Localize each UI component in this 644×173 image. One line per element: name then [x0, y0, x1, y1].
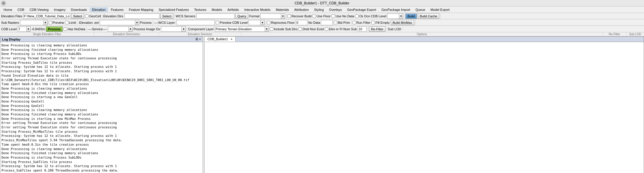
elevation-ext-combo: ▼	[100, 20, 139, 25]
image-ov-combo: ▼	[161, 26, 186, 32]
sub-rasters-dropdown[interactable]: ▼	[44, 20, 48, 25]
cdb-level-dropdown-3[interactable]: ▼	[26, 26, 31, 32]
menu-interactive-models[interactable]: Interactive Models	[242, 7, 273, 12]
wcs-combo: ▼	[108, 26, 133, 32]
tab-cdb-builder1[interactable]: CDB_Builder1 ×	[204, 37, 236, 42]
elevation-directories-section-label: Elevation Directories	[94, 32, 159, 36]
window-controls	[1, 1, 6, 6]
component-layer-label: Component Layer	[188, 27, 214, 31]
tab-close-btn[interactable]: ×	[231, 37, 232, 41]
log-line: Processing: System has 12 to allocate. S…	[1, 69, 202, 73]
preview-checkbox-1[interactable]	[49, 21, 52, 24]
log-line: Process_SubTiles spent 0.208 ThreadSecon…	[1, 168, 202, 173]
use-floor-checkbox[interactable]	[312, 14, 316, 18]
floor-input[interactable]	[296, 20, 307, 25]
recover-build-checkbox[interactable]	[287, 14, 291, 18]
geocell-checkbox-1[interactable]	[85, 14, 89, 18]
log-title: Log Display ⊞ ×	[0, 37, 203, 42]
menu-airfields[interactable]: Airfields	[225, 7, 241, 12]
menu-materials[interactable]: Materials	[273, 7, 291, 12]
cdb-level-input-3[interactable]	[18, 26, 26, 32]
menu-textures[interactable]: Textures	[192, 7, 209, 12]
format-input[interactable]	[260, 14, 281, 19]
section-labels-row: Single Elevation Files Elevation Directo…	[0, 32, 644, 36]
num-sub-label: Num Sub	[343, 27, 357, 31]
elevation-dirs-input[interactable]	[124, 14, 159, 19]
use-no-data-check: Use No Data	[332, 14, 354, 18]
menu-cdb-viewing[interactable]: CDB Viewing	[27, 7, 51, 12]
menu-queue[interactable]: Queue	[413, 7, 427, 12]
fill-empty-checkbox[interactable]	[371, 21, 375, 24]
num-sub-input[interactable]	[358, 26, 367, 32]
elevation-ext-input[interactable]	[100, 20, 135, 25]
log-line: Processing: System has 12 to allocate. S…	[1, 65, 202, 69]
bid-prim-checkbox[interactable]	[334, 21, 337, 24]
dnld-non-exist-check: Dnld Non Exist	[298, 27, 324, 31]
elev-in-ft-checkbox[interactable]	[325, 27, 328, 31]
component-layer-dropdown[interactable]: ▼	[265, 26, 269, 32]
image-ov-input[interactable]	[161, 26, 182, 32]
build-button[interactable]: Build	[405, 14, 417, 19]
menu-elevation[interactable]: Elevation	[90, 7, 108, 12]
cdb-level-dropdown-2[interactable]: ▼	[260, 20, 264, 25]
sub-rasters-section: Sub Rasters ▼ Preview Limit	[1, 20, 77, 25]
sub-rasters-input[interactable]	[20, 20, 44, 25]
reprocess-checkbox[interactable]	[267, 21, 270, 24]
menu-home[interactable]: Home	[1, 7, 14, 12]
menu-model-export[interactable]: Model Export	[428, 7, 452, 12]
re-filter-button[interactable]: Re-Filter	[369, 26, 385, 32]
menu-imagery[interactable]: Imagery	[51, 7, 68, 12]
wcs-layer-input[interactable]	[177, 20, 215, 25]
elevation-files-label: Elevation Files	[1, 14, 22, 18]
use-no-data-label: Use No Data	[336, 14, 354, 18]
log-float-btn[interactable]: ⊞	[195, 37, 198, 41]
menu-feature-mapping[interactable]: Feature Mapping	[127, 7, 156, 12]
run-filter-checkbox[interactable]	[352, 21, 356, 24]
menu-overlays[interactable]: Overlays	[327, 7, 344, 12]
format-dropdown-btn[interactable]: ▼	[281, 14, 285, 19]
reprocess-label: Reprocess	[271, 21, 287, 24]
menu-models[interactable]: Models	[209, 7, 224, 12]
use-no-data-checkbox[interactable]	[332, 14, 335, 18]
wcs-dropdown[interactable]: ▼	[129, 26, 133, 32]
cdb-level-input-1[interactable]	[387, 14, 399, 19]
elevation-files-input[interactable]	[23, 14, 70, 19]
has-nodata-checkbox[interactable]	[64, 27, 67, 31]
build-cache-button[interactable]: Build Cache	[418, 14, 439, 19]
cdb-level-range-label: -0.8493m	[31, 27, 45, 31]
dnld-non-exist-checkbox[interactable]	[298, 27, 302, 31]
run-filter-label: Run Filter	[357, 21, 371, 24]
ck-ocn-checkbox[interactable]	[355, 14, 359, 18]
select-button-1[interactable]: Select	[71, 14, 84, 19]
menu-geopackage-import[interactable]: GeoPackage Import	[379, 7, 412, 12]
menu-specialized[interactable]: Specialized Features	[156, 7, 191, 12]
no-data-input[interactable]	[321, 20, 333, 25]
menu-cdb[interactable]: CDB	[15, 7, 26, 12]
menu-features[interactable]: Features	[109, 7, 126, 12]
preview-checkbox-2[interactable]	[216, 21, 219, 24]
menu-geopackage-export[interactable]: GeoPackage Export	[345, 7, 378, 12]
log-line: Error setting Thread Execution state for…	[1, 125, 202, 130]
wcs-input[interactable]	[108, 26, 129, 32]
menu-styling[interactable]: Styling	[312, 7, 326, 12]
wcs-servers-input[interactable]	[196, 14, 234, 19]
limit-checkbox[interactable]	[65, 21, 69, 24]
include-sub-dirs-checkbox[interactable]	[270, 27, 273, 31]
elevation-ext-dropdown[interactable]: ▼	[135, 20, 139, 25]
log-close-btn[interactable]: ×	[199, 37, 201, 41]
component-layer-input[interactable]	[215, 26, 265, 32]
window-icon[interactable]	[1, 1, 6, 6]
log-line: Done Processing is starting a new GeoCel…	[1, 95, 202, 99]
cdb-level-dropdown-1[interactable]: ▼	[399, 14, 403, 19]
has-nodata-label: Has NoData	[68, 27, 85, 31]
log-content[interactable]: Done Processing is clearing memory alloc…	[0, 42, 203, 173]
cdb-level-input-2[interactable]	[249, 20, 260, 25]
query-button[interactable]: Query	[235, 14, 248, 19]
menu-downloads[interactable]: Downloads	[69, 7, 89, 12]
menu-attribution[interactable]: Attribution	[292, 7, 311, 12]
elevation-files-section: Elevation Files Select GeoCell	[1, 14, 102, 19]
process-button[interactable]: Process	[46, 26, 63, 32]
image-ov-dropdown[interactable]: ▼	[182, 26, 186, 32]
build-minmax-button[interactable]: Build MinMax	[391, 20, 414, 25]
select-button-2[interactable]: Select	[160, 14, 174, 19]
